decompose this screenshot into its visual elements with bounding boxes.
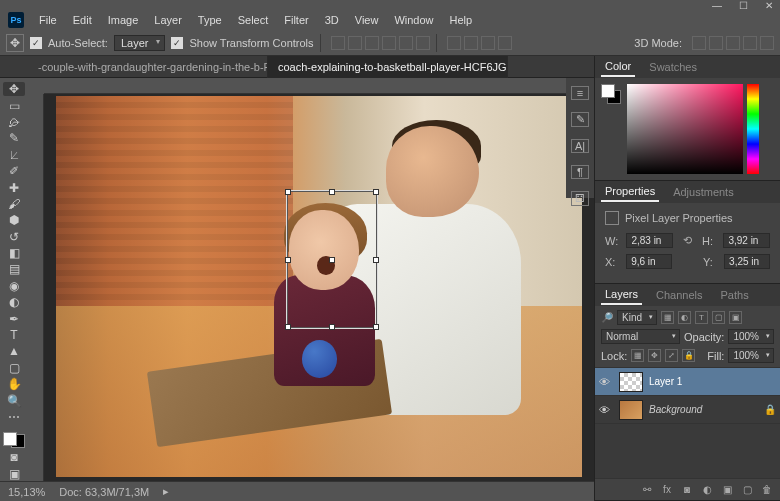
dodge-tool[interactable]: ◐	[3, 295, 25, 309]
distribute-icon[interactable]	[464, 36, 478, 50]
foreground-color[interactable]	[601, 84, 615, 98]
align-vcenter-icon[interactable]	[348, 36, 362, 50]
distribute-icon[interactable]	[481, 36, 495, 50]
align-right-icon[interactable]	[416, 36, 430, 50]
filter-smart-icon[interactable]: ▣	[729, 311, 742, 324]
quick-mask-tool[interactable]: ◙	[3, 450, 25, 464]
tab-paths[interactable]: Paths	[717, 286, 753, 304]
layer-thumbnail[interactable]	[619, 400, 643, 420]
history-panel-icon[interactable]: ≡	[571, 86, 589, 100]
menu-layer[interactable]: Layer	[147, 12, 189, 28]
panel-swatches[interactable]	[601, 84, 621, 104]
zoom-level[interactable]: 15,13%	[8, 486, 45, 498]
edit-toolbar[interactable]: ⋯	[3, 410, 25, 424]
align-bottom-icon[interactable]	[365, 36, 379, 50]
eyedropper-tool[interactable]: ✐	[3, 164, 25, 178]
paragraph-panel-icon[interactable]: ¶	[571, 165, 589, 179]
tab-adjustments[interactable]: Adjustments	[669, 183, 738, 201]
link-wh-icon[interactable]: ⟲	[679, 234, 696, 247]
align-top-icon[interactable]	[331, 36, 345, 50]
lock-artboard-icon[interactable]: ⤢	[665, 349, 678, 362]
quick-select-tool[interactable]: ✎	[3, 131, 25, 145]
height-input[interactable]: 3,92 in	[723, 233, 770, 248]
doc-size[interactable]: Doc: 63,3M/71,3M	[59, 486, 149, 498]
menu-type[interactable]: Type	[191, 12, 229, 28]
auto-select-checkbox[interactable]: ✓	[30, 37, 42, 49]
type-tool[interactable]: T	[3, 328, 25, 342]
vertical-ruler[interactable]	[28, 94, 44, 481]
menu-select[interactable]: Select	[231, 12, 276, 28]
layer-thumbnail[interactable]	[619, 372, 643, 392]
transform-handle[interactable]	[329, 189, 335, 195]
tab-properties[interactable]: Properties	[601, 182, 659, 202]
eraser-tool[interactable]: ◧	[3, 246, 25, 260]
menu-image[interactable]: Image	[101, 12, 146, 28]
color-swatches[interactable]	[3, 432, 25, 448]
layer-mask-icon[interactable]: ◙	[680, 483, 694, 497]
visibility-icon[interactable]: 👁	[599, 404, 613, 416]
distribute-icon[interactable]	[447, 36, 461, 50]
orbit-3d-icon[interactable]	[692, 36, 706, 50]
transform-handle[interactable]	[285, 324, 291, 330]
crop-tool[interactable]: ⟀	[3, 148, 25, 162]
menu-file[interactable]: File	[32, 12, 64, 28]
blur-tool[interactable]: ◉	[3, 279, 25, 293]
transform-handle[interactable]	[373, 189, 379, 195]
marquee-tool[interactable]: ▭	[3, 98, 25, 112]
transform-handle[interactable]	[285, 257, 291, 263]
menu-window[interactable]: Window	[387, 12, 440, 28]
transform-handle[interactable]	[373, 324, 379, 330]
layer-row[interactable]: 👁 Layer 1	[595, 368, 780, 396]
filter-icon[interactable]: 🔎	[601, 312, 613, 323]
pen-tool[interactable]: ✒	[3, 311, 25, 325]
shape-tool[interactable]: ▢	[3, 361, 25, 375]
document-tab[interactable]: coach-explaining-to-basketball-player-HC…	[268, 56, 508, 78]
link-layers-icon[interactable]: ⚯	[640, 483, 654, 497]
menu-view[interactable]: View	[348, 12, 386, 28]
window-close[interactable]: ✕	[762, 0, 776, 12]
menu-edit[interactable]: Edit	[66, 12, 99, 28]
filter-type-icon[interactable]: T	[695, 311, 708, 324]
horizontal-ruler[interactable]	[44, 78, 594, 94]
visibility-icon[interactable]: 👁	[599, 376, 613, 388]
color-field[interactable]	[627, 84, 743, 174]
transform-handle[interactable]	[373, 257, 379, 263]
window-maximize[interactable]: ☐	[736, 0, 750, 12]
stamp-tool[interactable]: ⬢	[3, 213, 25, 227]
zoom-tool[interactable]: 🔍	[3, 393, 25, 407]
layer-name[interactable]: Layer 1	[649, 376, 682, 387]
transform-center[interactable]	[329, 257, 335, 263]
filter-kind-dropdown[interactable]: Kind	[617, 310, 657, 325]
canvas-viewport[interactable]	[44, 94, 594, 481]
gradient-tool[interactable]: ▤	[3, 262, 25, 276]
menu-3d[interactable]: 3D	[318, 12, 346, 28]
layer-row[interactable]: 👁 Background 🔒	[595, 396, 780, 424]
window-minimize[interactable]: —	[710, 0, 724, 12]
align-hcenter-icon[interactable]	[399, 36, 413, 50]
pan-3d-icon[interactable]	[726, 36, 740, 50]
zoom-3d-icon[interactable]	[760, 36, 774, 50]
move-tool[interactable]: ✥	[3, 82, 25, 96]
transform-handle[interactable]	[329, 324, 335, 330]
y-input[interactable]: 3,25 in	[724, 254, 770, 269]
transform-handle[interactable]	[285, 189, 291, 195]
fill-input[interactable]: 100%	[728, 348, 774, 363]
ruler-origin[interactable]	[28, 78, 44, 94]
menu-filter[interactable]: Filter	[277, 12, 315, 28]
tab-swatches[interactable]: Swatches	[645, 58, 701, 76]
document-tab[interactable]: -couple-with-grandaughter-gardening-in-t…	[28, 56, 268, 78]
character-panel-icon[interactable]: A|	[571, 139, 589, 153]
current-tool-icon[interactable]: ✥	[6, 34, 24, 52]
lasso-tool[interactable]: ⌮	[3, 115, 25, 129]
more-icon[interactable]	[498, 36, 512, 50]
tab-layers[interactable]: Layers	[601, 285, 642, 305]
menu-help[interactable]: Help	[443, 12, 480, 28]
lock-position-icon[interactable]: ✥	[648, 349, 661, 362]
adjustment-layer-icon[interactable]: ◐	[700, 483, 714, 497]
roll-3d-icon[interactable]	[709, 36, 723, 50]
lock-pixels-icon[interactable]: ▦	[631, 349, 644, 362]
history-brush-tool[interactable]: ↺	[3, 230, 25, 244]
tab-color[interactable]: Color	[601, 57, 635, 77]
layer-name[interactable]: Background	[649, 404, 702, 415]
opacity-input[interactable]: 100%	[728, 329, 774, 344]
